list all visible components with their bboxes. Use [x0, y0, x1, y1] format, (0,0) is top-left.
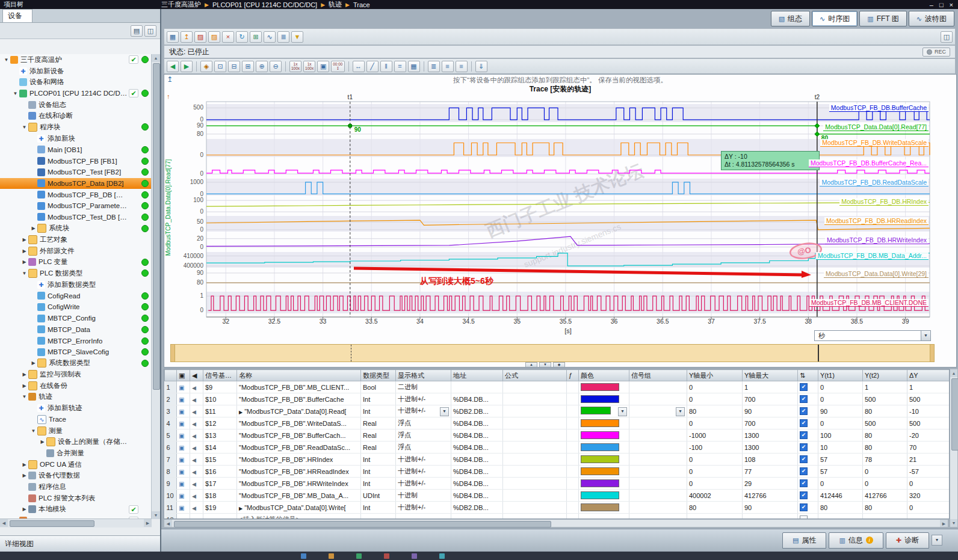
breadcrumb-item[interactable]: PLCOP01 [CPU 1214C DC/DC/DC] [212, 1, 317, 8]
column-header-yt2[interactable]: Y(t2) [863, 370, 907, 381]
cell-ymax[interactable]: 29 [743, 478, 798, 490]
cell-sig[interactable]: $16 [203, 466, 237, 478]
expand-icon[interactable]: ▶ [29, 226, 37, 231]
color-swatch[interactable] [581, 431, 619, 439]
cell-chk[interactable]: ✔ [798, 478, 818, 490]
cell-ymax[interactable]: 108 [743, 454, 798, 466]
color-swatch[interactable] [581, 455, 619, 463]
column-header-addr[interactable]: 地址 [451, 370, 503, 381]
column-header-yt1[interactable]: Y(t1) [818, 370, 863, 381]
tab-timing[interactable]: ∿时序图 [812, 11, 858, 26]
signal-table-row[interactable]: 4▣◀$12"ModbusTCP_FB_DB".WriteDataS...Rea… [165, 417, 950, 429]
color-swatch[interactable] [581, 395, 619, 403]
cell-chk[interactable]: ✔ [798, 454, 818, 466]
cell-chk[interactable]: ✔ [798, 381, 818, 393]
horizontal-cursors-icon[interactable]: = [394, 61, 406, 72]
scale-checkbox[interactable]: ✔ [800, 479, 808, 487]
taskbar-app-icon[interactable] [412, 553, 417, 559]
column-header-sig[interactable]: 信号基… [203, 370, 237, 381]
zoom-in-icon[interactable]: ⊕ [256, 61, 268, 72]
cell-sig[interactable]: $12 [203, 417, 237, 429]
tree-item[interactable]: ▶PLC 变量 [0, 256, 152, 268]
taskbar-app-icon[interactable] [356, 553, 362, 559]
cell-fmt[interactable]: 浮点 [396, 429, 451, 442]
tree-item[interactable]: ▶外部源文件 [0, 245, 152, 257]
tree-item[interactable]: ∿Trace [0, 414, 152, 425]
cell-ic2[interactable]: ◀ [190, 502, 203, 514]
device-view-icon[interactable]: ▦ [167, 31, 179, 43]
cell-chk[interactable]: ✔ [798, 490, 818, 502]
cell-ymin[interactable]: 0 [687, 393, 743, 405]
cell-group[interactable]: ▼ [629, 405, 687, 417]
signal-table-row[interactable]: 1▣◀$9"ModbusTCP_FB_DB".MB_CLIENT...Bool二… [165, 381, 950, 393]
legend-left-icon[interactable]: ≡ [442, 61, 454, 72]
scale-checkbox[interactable]: ✔ [800, 455, 808, 463]
cell-ymax[interactable]: 700 [743, 417, 798, 429]
color-swatch[interactable] [581, 443, 619, 451]
cell-group[interactable] [629, 381, 687, 393]
collapse-icon[interactable]: ▼ [20, 125, 28, 130]
cell-fmt[interactable]: 十进制+/- [396, 478, 451, 490]
collapse-down-icon[interactable]: ▼ [539, 362, 551, 368]
cell-fmt[interactable]: 十进制+/- [396, 454, 451, 466]
cell-chk[interactable]: ✔ [798, 393, 818, 405]
zoom-y-icon[interactable]: ⊞ [242, 61, 254, 72]
close-button[interactable]: × [950, 1, 953, 8]
cell-group[interactable] [629, 429, 687, 442]
expand-icon[interactable]: ▶ [20, 383, 28, 389]
signal-table-row[interactable]: 9▣◀$17"ModbusTCP_FB_DB".HRWriteIndexInt十… [165, 478, 950, 490]
collapse-icon[interactable]: ▼ [20, 394, 28, 399]
tree-item[interactable]: 程序信息 [0, 481, 152, 493]
cell-addr[interactable]: %DB4.DB... [451, 417, 503, 429]
cell-addr[interactable] [451, 381, 503, 393]
cell-name[interactable]: "ModbusTCP_FB_DB".ReadDataSc... [237, 442, 361, 454]
signal-table-row[interactable]: 2▣◀$10"ModbusTCP_FB_DB".BufferCacheInt十进… [165, 393, 950, 405]
table-vertical-scrollbar[interactable]: ▲ ▼ [950, 369, 958, 528]
cell-group[interactable] [629, 490, 687, 502]
cell-color[interactable] [579, 442, 629, 454]
tree-item[interactable]: ✚添加新数据类型 [0, 279, 152, 291]
cell-sig[interactable]: $17 [203, 478, 237, 490]
refresh-icon[interactable]: ↻ [236, 31, 248, 43]
tab-config[interactable]: ▧组态 [771, 11, 810, 26]
tab-devices[interactable]: 设备 [2, 9, 32, 22]
scroll-right-icon[interactable]: ▶ [144, 519, 152, 527]
collapse-icon[interactable]: ▼ [20, 271, 28, 276]
collapse-icon[interactable]: ▼ [2, 57, 10, 63]
vertical-cursors-icon[interactable]: ‖ [380, 61, 392, 72]
upload-trace-icon[interactable]: ↥ [181, 31, 193, 43]
scrollbar-thumb[interactable] [951, 378, 958, 451]
cell-color[interactable] [579, 393, 629, 405]
maximize-button[interactable]: □ [939, 1, 944, 8]
scroll-right-icon[interactable]: ▶ [940, 520, 948, 527]
cell-group[interactable] [629, 454, 687, 466]
tree-item[interactable]: ▼PLCOP01 [CPU 1214C DC/DC/…✔ [0, 88, 152, 99]
signal-label-read-data-scale[interactable]: ModbusTCP_FB_DB.ReadDataScale [820, 179, 929, 186]
breadcrumb-item[interactable]: Trace [353, 1, 370, 8]
table-horizontal-scrollbar[interactable]: ◀ ▶ [164, 519, 948, 528]
scale-checkbox[interactable]: ✔ [800, 443, 808, 451]
cell-addr[interactable]: %DB4.DB... [451, 454, 503, 466]
cell-addr[interactable]: %DB2.DB... [451, 405, 503, 417]
tree-item[interactable]: ▶系统块 [0, 223, 152, 234]
column-header-ymax[interactable]: Y轴最大 [743, 370, 798, 381]
tree-item[interactable]: ModbusTCP_Data [DB2] [0, 178, 152, 189]
tree-item[interactable]: ModbusTCP_Test [FB2] [0, 167, 152, 178]
cell-name[interactable]: ▶"ModbusTCP_Data".Data[0].Write[ [237, 502, 361, 514]
cell-ic2[interactable]: ◀ [190, 478, 203, 490]
cell-group[interactable] [629, 393, 687, 405]
expand-icon[interactable]: ▶ [239, 506, 243, 511]
expand-icon[interactable]: ▶ [20, 473, 28, 478]
tree-item[interactable]: MBTCP_Data [0, 324, 152, 336]
color-swatch[interactable] [581, 467, 619, 475]
cell-dtype[interactable]: UDInt [361, 490, 396, 502]
legend-icon[interactable]: ≣ [428, 61, 440, 72]
cell-ymin[interactable]: -1000 [687, 429, 743, 442]
cell-name[interactable]: "ModbusTCP_FB_DB".MB_CLIENT... [237, 381, 361, 393]
scale-checkbox[interactable]: ✔ [800, 467, 808, 475]
cell-ic1[interactable]: ▣ [177, 417, 190, 429]
cell-chk[interactable]: ✔ [798, 417, 818, 429]
scroll-left-icon[interactable]: ◀ [164, 520, 172, 527]
scale-checkbox[interactable]: ✔ [800, 407, 808, 415]
cell-ymax[interactable]: 77 [743, 466, 798, 478]
